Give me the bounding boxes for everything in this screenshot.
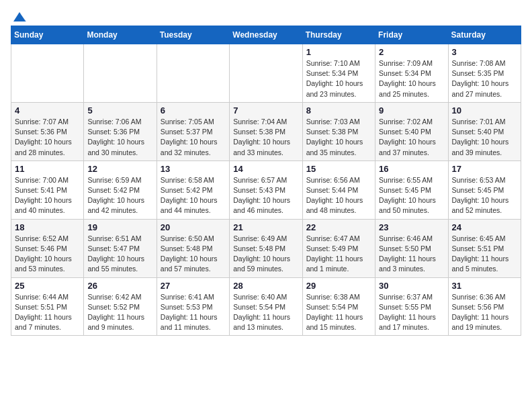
day-number: 12: [87, 164, 152, 174]
calendar-cell: 11Sunrise: 7:00 AM Sunset: 5:41 PM Dayli…: [11, 161, 84, 219]
day-number: 30: [379, 281, 444, 291]
weekday-header: Monday: [84, 26, 157, 44]
day-number: 16: [379, 164, 444, 174]
weekday-header: Thursday: [302, 26, 375, 44]
day-number: 23: [379, 222, 444, 232]
day-info: Sunrise: 6:50 AM Sunset: 5:48 PM Dayligh…: [161, 234, 226, 275]
calendar-cell: 20Sunrise: 6:50 AM Sunset: 5:48 PM Dayli…: [157, 219, 229, 277]
day-number: 26: [87, 281, 152, 291]
calendar-cell: 19Sunrise: 6:51 AM Sunset: 5:47 PM Dayli…: [84, 219, 157, 277]
day-info: Sunrise: 6:59 AM Sunset: 5:42 PM Dayligh…: [87, 175, 152, 216]
day-info: Sunrise: 6:57 AM Sunset: 5:43 PM Dayligh…: [233, 175, 298, 216]
day-number: 7: [233, 105, 298, 116]
day-info: Sunrise: 6:44 AM Sunset: 5:51 PM Dayligh…: [15, 292, 80, 333]
day-info: Sunrise: 6:40 AM Sunset: 5:54 PM Dayligh…: [233, 292, 298, 333]
day-number: 5: [87, 105, 152, 116]
day-info: Sunrise: 7:06 AM Sunset: 5:36 PM Dayligh…: [87, 117, 152, 158]
day-info: Sunrise: 6:47 AM Sunset: 5:49 PM Dayligh…: [306, 234, 371, 275]
calendar-cell: [11, 44, 84, 103]
day-info: Sunrise: 7:07 AM Sunset: 5:36 PM Dayligh…: [15, 117, 80, 158]
calendar-cell: 6Sunrise: 7:05 AM Sunset: 5:37 PM Daylig…: [157, 102, 229, 161]
day-number: 21: [233, 222, 298, 232]
day-number: 19: [87, 222, 152, 232]
calendar-cell: 29Sunrise: 6:38 AM Sunset: 5:54 PM Dayli…: [302, 277, 375, 336]
logo: [11, 11, 28, 20]
day-number: 15: [306, 164, 371, 174]
day-info: Sunrise: 7:10 AM Sunset: 5:34 PM Dayligh…: [306, 58, 371, 99]
day-info: Sunrise: 6:52 AM Sunset: 5:46 PM Dayligh…: [15, 234, 80, 275]
day-number: 10: [452, 105, 517, 116]
day-info: Sunrise: 7:08 AM Sunset: 5:35 PM Dayligh…: [452, 58, 517, 99]
calendar-cell: 1Sunrise: 7:10 AM Sunset: 5:34 PM Daylig…: [302, 44, 375, 103]
day-info: Sunrise: 6:41 AM Sunset: 5:53 PM Dayligh…: [161, 292, 226, 333]
day-number: 11: [15, 164, 80, 174]
day-info: Sunrise: 7:00 AM Sunset: 5:41 PM Dayligh…: [15, 175, 80, 216]
day-info: Sunrise: 7:01 AM Sunset: 5:40 PM Dayligh…: [452, 117, 517, 158]
calendar-cell: 2Sunrise: 7:09 AM Sunset: 5:34 PM Daylig…: [375, 44, 448, 103]
calendar-cell: [157, 44, 229, 103]
day-info: Sunrise: 7:09 AM Sunset: 5:34 PM Dayligh…: [379, 58, 444, 99]
day-number: 31: [452, 281, 517, 291]
calendar-week-row: 11Sunrise: 7:00 AM Sunset: 5:41 PM Dayli…: [11, 161, 521, 219]
day-info: Sunrise: 6:58 AM Sunset: 5:42 PM Dayligh…: [161, 175, 226, 216]
calendar-week-row: 18Sunrise: 6:52 AM Sunset: 5:46 PM Dayli…: [11, 219, 521, 277]
calendar-cell: 7Sunrise: 7:04 AM Sunset: 5:38 PM Daylig…: [230, 102, 302, 161]
calendar-cell: 14Sunrise: 6:57 AM Sunset: 5:43 PM Dayli…: [230, 161, 302, 219]
day-number: 6: [161, 105, 226, 116]
day-info: Sunrise: 6:38 AM Sunset: 5:54 PM Dayligh…: [306, 292, 371, 333]
weekday-header: Wednesday: [230, 26, 302, 44]
weekday-header: Tuesday: [157, 26, 229, 44]
day-number: 29: [306, 281, 371, 291]
calendar-cell: 15Sunrise: 6:56 AM Sunset: 5:44 PM Dayli…: [302, 161, 375, 219]
calendar-cell: 12Sunrise: 6:59 AM Sunset: 5:42 PM Dayli…: [84, 161, 157, 219]
day-info: Sunrise: 6:37 AM Sunset: 5:55 PM Dayligh…: [379, 292, 444, 333]
calendar-cell: 31Sunrise: 6:36 AM Sunset: 5:56 PM Dayli…: [448, 277, 521, 336]
calendar-cell: [230, 44, 302, 103]
calendar-week-row: 1Sunrise: 7:10 AM Sunset: 5:34 PM Daylig…: [11, 44, 521, 103]
calendar-cell: 21Sunrise: 6:49 AM Sunset: 5:48 PM Dayli…: [230, 219, 302, 277]
calendar-cell: 26Sunrise: 6:42 AM Sunset: 5:52 PM Dayli…: [84, 277, 157, 336]
day-number: 27: [161, 281, 226, 291]
weekday-header: Sunday: [11, 26, 84, 44]
day-number: 28: [233, 281, 298, 291]
calendar-week-row: 4Sunrise: 7:07 AM Sunset: 5:36 PM Daylig…: [11, 102, 521, 161]
calendar-cell: [84, 44, 157, 103]
calendar-cell: 3Sunrise: 7:08 AM Sunset: 5:35 PM Daylig…: [448, 44, 521, 103]
day-info: Sunrise: 6:51 AM Sunset: 5:47 PM Dayligh…: [87, 234, 152, 275]
day-info: Sunrise: 7:05 AM Sunset: 5:37 PM Dayligh…: [161, 117, 226, 158]
calendar-cell: 22Sunrise: 6:47 AM Sunset: 5:49 PM Dayli…: [302, 219, 375, 277]
calendar-header-row: SundayMondayTuesdayWednesdayThursdayFrid…: [11, 26, 521, 44]
day-info: Sunrise: 6:56 AM Sunset: 5:44 PM Dayligh…: [306, 175, 371, 216]
calendar-cell: 9Sunrise: 7:02 AM Sunset: 5:40 PM Daylig…: [375, 102, 448, 161]
calendar-cell: 27Sunrise: 6:41 AM Sunset: 5:53 PM Dayli…: [157, 277, 229, 336]
day-number: 3: [452, 47, 517, 57]
day-info: Sunrise: 6:53 AM Sunset: 5:45 PM Dayligh…: [452, 175, 517, 216]
day-info: Sunrise: 7:04 AM Sunset: 5:38 PM Dayligh…: [233, 117, 298, 158]
calendar-cell: 16Sunrise: 6:55 AM Sunset: 5:45 PM Dayli…: [375, 161, 448, 219]
calendar-cell: 4Sunrise: 7:07 AM Sunset: 5:36 PM Daylig…: [11, 102, 84, 161]
day-info: Sunrise: 6:36 AM Sunset: 5:56 PM Dayligh…: [452, 292, 517, 333]
day-number: 9: [379, 105, 444, 116]
day-info: Sunrise: 6:49 AM Sunset: 5:48 PM Dayligh…: [233, 234, 298, 275]
day-number: 22: [306, 222, 371, 232]
day-info: Sunrise: 7:03 AM Sunset: 5:38 PM Dayligh…: [306, 117, 371, 158]
day-number: 4: [15, 105, 80, 116]
day-info: Sunrise: 6:46 AM Sunset: 5:50 PM Dayligh…: [379, 234, 444, 275]
logo-icon: [12, 11, 27, 23]
calendar-cell: 10Sunrise: 7:01 AM Sunset: 5:40 PM Dayli…: [448, 102, 521, 161]
calendar-cell: 28Sunrise: 6:40 AM Sunset: 5:54 PM Dayli…: [230, 277, 302, 336]
day-number: 20: [161, 222, 226, 232]
day-info: Sunrise: 6:55 AM Sunset: 5:45 PM Dayligh…: [379, 175, 444, 216]
calendar-cell: 18Sunrise: 6:52 AM Sunset: 5:46 PM Dayli…: [11, 219, 84, 277]
weekday-header: Friday: [375, 26, 448, 44]
day-number: 14: [233, 164, 298, 174]
day-number: 1: [306, 47, 371, 57]
day-number: 8: [306, 105, 371, 116]
calendar-week-row: 25Sunrise: 6:44 AM Sunset: 5:51 PM Dayli…: [11, 277, 521, 336]
calendar-cell: 8Sunrise: 7:03 AM Sunset: 5:38 PM Daylig…: [302, 102, 375, 161]
calendar-cell: 24Sunrise: 6:45 AM Sunset: 5:51 PM Dayli…: [448, 219, 521, 277]
page-header: [11, 11, 521, 20]
calendar-cell: 5Sunrise: 7:06 AM Sunset: 5:36 PM Daylig…: [84, 102, 157, 161]
day-info: Sunrise: 6:45 AM Sunset: 5:51 PM Dayligh…: [452, 234, 517, 275]
day-number: 24: [452, 222, 517, 232]
